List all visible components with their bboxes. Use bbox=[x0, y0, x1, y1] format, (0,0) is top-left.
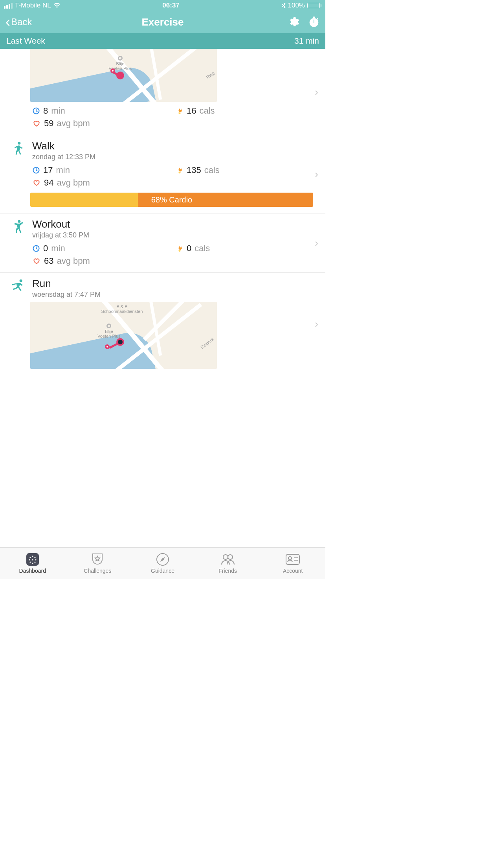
navigation-bar: ‹ Back Exercise bbox=[0, 11, 325, 33]
svg-point-22 bbox=[228, 555, 233, 559]
tab-label: Dashboard bbox=[19, 568, 46, 574]
svg-rect-1 bbox=[313, 17, 315, 18]
duration-stat: 8min bbox=[32, 106, 172, 116]
svg-point-19 bbox=[32, 559, 33, 560]
exercise-item[interactable]: › Blije Voeten Plus Reig 8min 16cals bbox=[0, 49, 325, 135]
map-preview: B & B Schoonmaakdiensten Blije Voeten Pl… bbox=[30, 302, 217, 369]
heart-icon bbox=[32, 257, 41, 265]
svg-point-11 bbox=[32, 555, 33, 557]
svg-point-7 bbox=[18, 220, 20, 223]
page-title: Exercise bbox=[110, 16, 215, 28]
heart-icon bbox=[32, 120, 41, 127]
activity-subtitle: woensdag at 7:47 PM bbox=[32, 291, 315, 299]
challenges-icon bbox=[91, 553, 104, 566]
cardio-zone-bar: 68% Cardio bbox=[30, 193, 313, 207]
heartrate-stat: 94avg bpm bbox=[32, 178, 172, 188]
flame-icon bbox=[176, 244, 183, 253]
activity-title: Run bbox=[32, 278, 315, 290]
calories-stat: 135cals bbox=[176, 165, 315, 175]
activity-subtitle: vrijdag at 3:50 PM bbox=[32, 231, 315, 239]
flame-icon bbox=[176, 107, 183, 115]
walk-icon bbox=[10, 140, 26, 158]
svg-point-17 bbox=[34, 561, 35, 563]
svg-point-9 bbox=[20, 280, 22, 282]
gear-icon bbox=[288, 16, 299, 28]
chevron-right-icon: › bbox=[315, 168, 318, 180]
heart-icon bbox=[32, 179, 41, 187]
tab-guidance[interactable]: Guidance bbox=[130, 548, 195, 579]
exercise-item[interactable]: › Walk zondag at 12:33 PM 17min 135cals bbox=[0, 135, 325, 213]
clock-icon bbox=[32, 166, 40, 174]
chevron-right-icon: › bbox=[315, 318, 318, 330]
workout-icon bbox=[10, 218, 26, 236]
calories-stat: 16cals bbox=[176, 106, 315, 116]
exercise-item[interactable]: › Run woensdag at 7:47 PM B & B Schoonma… bbox=[0, 273, 325, 375]
battery-icon bbox=[307, 3, 321, 8]
section-total: 31 min bbox=[294, 36, 319, 46]
carrier-label: T-Mobile NL bbox=[15, 2, 51, 9]
stopwatch-button[interactable] bbox=[308, 16, 320, 28]
signal-bars-icon bbox=[4, 3, 13, 9]
tab-label: Friends bbox=[218, 568, 237, 574]
svg-point-13 bbox=[34, 557, 35, 558]
account-icon bbox=[285, 553, 300, 566]
tab-dashboard[interactable]: Dashboard bbox=[0, 548, 65, 579]
svg-point-18 bbox=[32, 563, 33, 564]
stopwatch-icon bbox=[308, 16, 320, 28]
svg-point-14 bbox=[29, 559, 30, 560]
battery-pct: 100% bbox=[288, 2, 305, 9]
clock-icon bbox=[32, 107, 40, 115]
chevron-left-icon: ‹ bbox=[6, 15, 10, 29]
status-bar: T-Mobile NL 06:37 100% bbox=[0, 0, 325, 11]
duration-stat: 0min bbox=[32, 243, 172, 254]
bluetooth-icon bbox=[282, 2, 286, 9]
map-preview: Blije Voeten Plus Reig bbox=[30, 49, 217, 102]
tab-label: Account bbox=[283, 568, 303, 574]
section-header: Last Week 31 min bbox=[0, 33, 325, 49]
run-icon bbox=[10, 278, 26, 295]
svg-point-24 bbox=[288, 557, 292, 560]
tab-bar: Dashboard Challenges Guidance Friends Ac… bbox=[0, 547, 325, 579]
section-label: Last Week bbox=[6, 36, 45, 46]
exercise-item[interactable]: › Workout vrijdag at 3:50 PM 0min 0cals bbox=[0, 213, 325, 273]
activity-subtitle: zondag at 12:33 PM bbox=[32, 153, 315, 161]
tab-account[interactable]: Account bbox=[260, 548, 325, 579]
tab-challenges[interactable]: Challenges bbox=[65, 548, 130, 579]
wifi-icon bbox=[53, 3, 61, 8]
exercise-list: › Blije Voeten Plus Reig 8min 16cals bbox=[0, 49, 325, 547]
settings-button[interactable] bbox=[288, 16, 299, 28]
svg-rect-23 bbox=[286, 554, 299, 565]
guidance-icon bbox=[156, 553, 169, 566]
calories-stat: 0cals bbox=[176, 243, 315, 254]
flame-icon bbox=[176, 166, 183, 175]
tab-label: Challenges bbox=[84, 568, 111, 574]
svg-point-5 bbox=[18, 142, 20, 145]
heartrate-stat: 63avg bpm bbox=[32, 256, 172, 266]
svg-point-16 bbox=[29, 561, 31, 563]
svg-rect-3 bbox=[314, 20, 314, 23]
status-time: 06:37 bbox=[162, 2, 179, 9]
activity-title: Workout bbox=[32, 218, 315, 230]
tab-label: Guidance bbox=[151, 568, 174, 574]
tab-friends[interactable]: Friends bbox=[195, 548, 261, 579]
activity-title: Walk bbox=[32, 140, 315, 152]
back-button[interactable]: ‹ Back bbox=[6, 15, 110, 29]
clock-icon bbox=[32, 245, 40, 252]
chevron-right-icon: › bbox=[315, 86, 318, 98]
chevron-right-icon: › bbox=[315, 237, 318, 249]
duration-stat: 17min bbox=[32, 165, 172, 175]
svg-point-12 bbox=[29, 557, 31, 558]
friends-icon bbox=[220, 553, 236, 566]
back-label: Back bbox=[11, 17, 32, 28]
svg-point-21 bbox=[223, 555, 228, 559]
svg-point-15 bbox=[35, 559, 36, 560]
dashboard-icon bbox=[26, 553, 40, 566]
heartrate-stat: 59avg bpm bbox=[32, 118, 172, 129]
